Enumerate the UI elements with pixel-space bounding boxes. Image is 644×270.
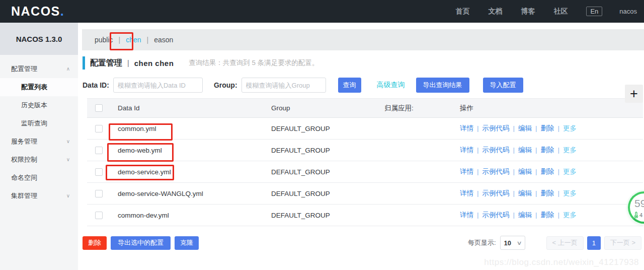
logo-dot: . [60,4,64,18]
action-more[interactable]: 更多 [563,189,577,197]
page-number-1[interactable]: 1 [587,236,601,250]
namespace-separator: | [147,36,149,44]
current-namespace: chen chen [134,59,174,68]
action-edit[interactable]: 编辑 [518,124,532,132]
sidebar-item-config-list[interactable]: 配置列表 [0,78,78,96]
action-separator: | [513,146,515,154]
import-config-button[interactable]: 导入配置 [483,78,523,93]
query-button[interactable]: 查询 [338,78,361,93]
action-delete[interactable]: 删除 [541,124,554,132]
data-id-input[interactable] [113,78,203,93]
table-row: common-dev.yml DEFAULT_GROUP 详情|示例代码|编辑|… [87,205,643,226]
namespace-tab-eason[interactable]: eason [154,36,173,44]
sidebar-item-cluster-management[interactable]: 集群管理 ∨ [0,187,78,205]
action-edit[interactable]: 编辑 [518,189,532,197]
row-group: DEFAULT_GROUP [267,147,379,154]
header-data-id: Data Id [110,104,267,112]
action-more[interactable]: 更多 [563,124,577,132]
nav-item-home[interactable]: 首页 [455,7,469,16]
row-checkbox-cell [87,212,110,219]
action-separator: | [558,146,560,154]
action-edit[interactable]: 编辑 [518,211,532,219]
group-input[interactable] [242,78,326,93]
title-accent-bar [83,56,85,70]
group-label: Group: [214,81,237,89]
action-sample-code[interactable]: 示例代码 [482,211,510,219]
sidebar-item-listening-query[interactable]: 监听查询 [0,114,78,132]
sidebar-item-label: 配置列表 [21,83,47,91]
sidebar-item-label: 配置管理 [11,65,37,73]
sidebar-item-service-management[interactable]: 服务管理 ∨ [0,132,78,151]
action-details[interactable]: 详情 [460,168,473,175]
next-page-button[interactable]: 下一页 > [604,236,641,250]
header-operations: 操作 [452,104,643,113]
action-details[interactable]: 详情 [460,146,473,154]
sidebar-item-history-versions[interactable]: 历史版本 [0,96,78,114]
batch-actions: 删除 导出选中的配置 克隆 [83,236,199,250]
sidebar-item-config-management[interactable]: 配置管理 ∧ [0,60,78,78]
nav-item-blog[interactable]: 博客 [521,7,535,16]
action-sample-code[interactable]: 示例代码 [482,124,510,132]
action-separator: | [535,124,537,132]
sidebar-item-label: 监听查询 [21,119,47,127]
action-separator: | [513,189,515,197]
language-toggle[interactable]: En [586,7,602,16]
action-sample-code[interactable]: 示例代码 [482,168,510,175]
action-separator: | [535,146,537,154]
advanced-query-link[interactable]: 高级查询 [377,81,405,90]
row-checkbox[interactable] [95,168,103,176]
delete-button[interactable]: 删除 [83,236,107,250]
action-delete[interactable]: 删除 [541,168,554,175]
action-sample-code[interactable]: 示例代码 [482,146,510,154]
action-separator: | [558,211,560,219]
row-group: DEFAULT_GROUP [267,125,379,132]
action-details[interactable]: 详情 [460,189,473,197]
nav-item-community[interactable]: 社区 [553,7,568,16]
action-delete[interactable]: 删除 [541,189,554,197]
action-delete[interactable]: 删除 [541,146,554,154]
action-sample-code[interactable]: 示例代码 [482,189,510,197]
watermark: https://blog.csdn.net/weixin_41217938 [484,257,639,267]
action-details[interactable]: 详情 [460,124,473,132]
config-table: Data Id Group 归属应用: 操作 common.yml DEFAUL… [87,98,643,226]
row-data-id: common.yml [110,125,267,132]
action-details[interactable]: 详情 [460,211,473,219]
query-result-text: 查询结果：共查询到 5 条满足要求的配置。 [189,58,318,68]
export-selected-button[interactable]: 导出选中的配置 [111,236,171,250]
username[interactable]: nacos [619,8,637,15]
action-more[interactable]: 更多 [563,146,577,154]
row-checkbox[interactable] [95,125,103,132]
action-delete[interactable]: 删除 [541,211,554,219]
table-row: demo-service.yml DEFAULT_GROUP 详情|示例代码|编… [87,161,643,183]
namespace-tab-chen[interactable]: chen [126,36,141,44]
content: 配置管理 | chen chen 查询结果：共查询到 5 条满足要求的配置。 D… [78,56,644,250]
sidebar-item-permission-control[interactable]: 权限控制 ∨ [0,151,78,169]
action-separator: | [558,124,560,132]
select-all-checkbox[interactable] [95,104,103,112]
namespace-separator: | [119,36,121,44]
sidebar-item-namespace[interactable]: 命名空间 [0,169,78,187]
row-checkbox[interactable] [95,190,103,197]
action-more[interactable]: 更多 [563,211,577,219]
page-size-value: 10 [504,239,511,247]
row-checkbox-cell [87,168,110,176]
table-row: common.yml DEFAULT_GROUP 详情|示例代码|编辑|删除|更… [87,118,643,140]
row-checkbox[interactable] [95,212,103,219]
export-query-results-button[interactable]: 导出查询结果 [416,78,469,93]
prev-page-button[interactable]: < 上一页 [546,236,584,250]
table-row: demo-service-WANGLQ.yml DEFAULT_GROUP 详情… [87,183,643,205]
nav-item-docs[interactable]: 文档 [488,7,502,16]
action-separator: | [513,168,515,175]
page-size-select[interactable]: 10 ∨ [500,236,525,250]
badge-sub-value: 4 [639,212,642,218]
action-more[interactable]: 更多 [563,168,577,175]
chevron-down-icon: ∨ [66,187,70,205]
namespace-tab-public[interactable]: public [95,36,113,44]
table-footer: 删除 导出选中的配置 克隆 每页显示: 10 ∨ < 上一页 1 下一页 > [83,236,644,250]
row-checkbox[interactable] [95,147,103,154]
action-edit[interactable]: 编辑 [518,146,532,154]
search-form: Data ID: Group: 查询 高级查询 导出查询结果 导入配置 [83,77,644,93]
clone-button[interactable]: 克隆 [175,236,199,250]
action-edit[interactable]: 编辑 [518,168,532,175]
add-config-button[interactable]: + [625,85,643,103]
